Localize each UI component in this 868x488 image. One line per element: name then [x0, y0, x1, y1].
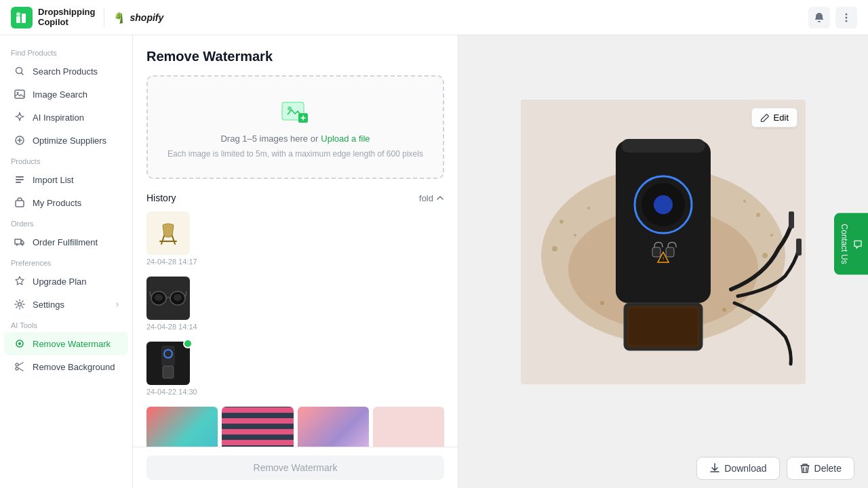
chat-icon [853, 239, 863, 249]
history-image-grid [146, 407, 444, 447]
history-title: History [146, 192, 176, 203]
history-header: History fold [146, 192, 444, 203]
svg-rect-30 [163, 366, 174, 378]
sidebar-item-optimize-suppliers-label: Optimize Suppliers [33, 136, 106, 146]
svg-rect-28 [161, 346, 175, 366]
svg-point-33 [559, 220, 564, 224]
svg-point-34 [574, 234, 576, 237]
sidebar-item-remove-watermark-label: Remove Watermark [33, 339, 111, 349]
content-area: Remove Watermark Drag 1–5 images here or… [133, 35, 868, 488]
svg-point-14 [16, 244, 18, 246]
svg-text:!: ! [663, 256, 664, 262]
svg-point-26 [155, 294, 163, 301]
find-products-section-label: Find Products [0, 43, 132, 60]
history-thumb-3 [146, 342, 190, 385]
sidebar-item-my-products[interactable]: My Products [4, 191, 128, 214]
history-item-1[interactable]: 24-04-28 14:17 [146, 211, 444, 266]
history-thumb-2 [146, 277, 190, 320]
grid-thumb-3[interactable] [298, 407, 369, 447]
fold-button[interactable]: fold [419, 193, 444, 203]
upload-drag-text: Drag 1–5 images here or [220, 134, 318, 144]
sidebar-item-remove-watermark[interactable]: Remove Watermark [4, 332, 128, 355]
gear-icon [14, 298, 26, 310]
contact-us-button[interactable]: Contact Us [834, 213, 868, 274]
grid-thumb-4[interactable] [373, 407, 444, 447]
sidebar-item-upgrade-plan[interactable]: Upgrade Plan [4, 270, 128, 293]
ai-tools-section-label: AI Tools [0, 316, 132, 332]
upload-file-link[interactable]: Upload a file [321, 134, 370, 144]
shopify-logo: shopify [113, 11, 164, 24]
history-item-2[interactable]: 24-04-28 14:14 [146, 277, 444, 331]
right-panel-footer: Download Delete [458, 449, 868, 488]
history-date-2: 24-04-28 14:14 [146, 323, 444, 331]
history-thumb-1 [146, 211, 190, 255]
chevron-up-icon [436, 194, 444, 202]
badge-indicator [183, 339, 193, 348]
sidebar-item-search-products[interactable]: Search Products [4, 60, 128, 83]
svg-point-20 [16, 367, 18, 370]
svg-point-2 [16, 12, 20, 16]
svg-point-49 [654, 195, 673, 214]
svg-rect-13 [16, 201, 24, 207]
cut-icon [14, 361, 26, 373]
sparkle-icon [14, 111, 26, 123]
history-date-1: 24-04-28 14:17 [146, 258, 444, 266]
contact-us-label: Contact Us [840, 224, 849, 264]
sidebar-item-image-search[interactable]: Image Search [4, 83, 128, 106]
history-item-3[interactable]: 24-04-22 14:30 [146, 342, 444, 396]
preferences-section-label: Preferences [0, 253, 132, 270]
svg-rect-0 [16, 16, 20, 23]
edit-icon [760, 113, 770, 123]
edit-button[interactable]: Edit [751, 108, 797, 127]
sidebar-item-settings-label: Settings [33, 300, 64, 310]
sidebar-item-upgrade-plan-label: Upgrade Plan [33, 277, 87, 287]
sidebar-item-remove-background[interactable]: Remove Background [4, 355, 128, 378]
sidebar-item-settings[interactable]: Settings › [4, 293, 128, 316]
delete-button[interactable]: Delete [787, 457, 854, 480]
delete-icon [800, 463, 810, 474]
svg-rect-10 [16, 176, 24, 178]
download-label: Download [724, 463, 766, 474]
sidebar: Find Products Search Products Image Sear… [0, 35, 133, 488]
svg-point-4 [846, 13, 848, 15]
logo-icon [11, 7, 33, 28]
list-icon [14, 174, 26, 186]
notifications-button[interactable] [808, 7, 830, 28]
download-button[interactable]: Download [696, 457, 779, 480]
svg-point-41 [600, 301, 604, 305]
image-search-icon [14, 88, 26, 100]
history-date-3: 24-04-22 14:30 [146, 388, 444, 396]
product-image: ! Edit [521, 100, 806, 384]
brand-logo: Dropshipping Copilot [11, 7, 96, 28]
optimize-icon [14, 134, 26, 146]
remove-watermark-button[interactable]: Remove Watermark [146, 455, 444, 480]
svg-rect-1 [22, 14, 26, 23]
sidebar-item-order-fulfillment[interactable]: Order Fulfillment [4, 230, 128, 253]
sidebar-item-image-search-label: Image Search [33, 89, 87, 100]
svg-rect-50 [652, 247, 660, 257]
header-divider [104, 8, 104, 27]
sidebar-item-ai-inspiration[interactable]: AI Inspiration [4, 106, 128, 129]
svg-rect-7 [15, 90, 24, 98]
search-icon [14, 65, 26, 77]
svg-point-35 [552, 246, 557, 251]
sidebar-item-optimize-suppliers[interactable]: Optimize Suppliers [4, 129, 128, 152]
upload-zone[interactable]: Drag 1–5 images here or Upload a file Ea… [146, 75, 444, 179]
svg-point-42 [722, 308, 726, 312]
sidebar-item-order-fulfillment-label: Order Fulfillment [33, 237, 98, 247]
svg-point-39 [762, 253, 768, 258]
menu-button[interactable] [835, 7, 857, 28]
box-icon [14, 197, 26, 209]
products-section-label: Products [0, 152, 132, 168]
grid-thumb-2[interactable] [222, 407, 293, 447]
svg-rect-43 [789, 211, 794, 228]
upload-hint: Each image is limited to 5m, with a maxi… [167, 149, 423, 159]
right-panel: ! Edit [458, 35, 868, 488]
grid-thumb-1[interactable] [146, 407, 218, 447]
page-title: Remove Watermark [146, 49, 444, 64]
truck-icon [14, 236, 26, 248]
sidebar-item-import-list[interactable]: Import List [4, 168, 128, 191]
sidebar-item-remove-background-label: Remove Background [33, 362, 115, 372]
main-layout: Find Products Search Products Image Sear… [0, 35, 868, 488]
svg-point-27 [174, 294, 182, 301]
